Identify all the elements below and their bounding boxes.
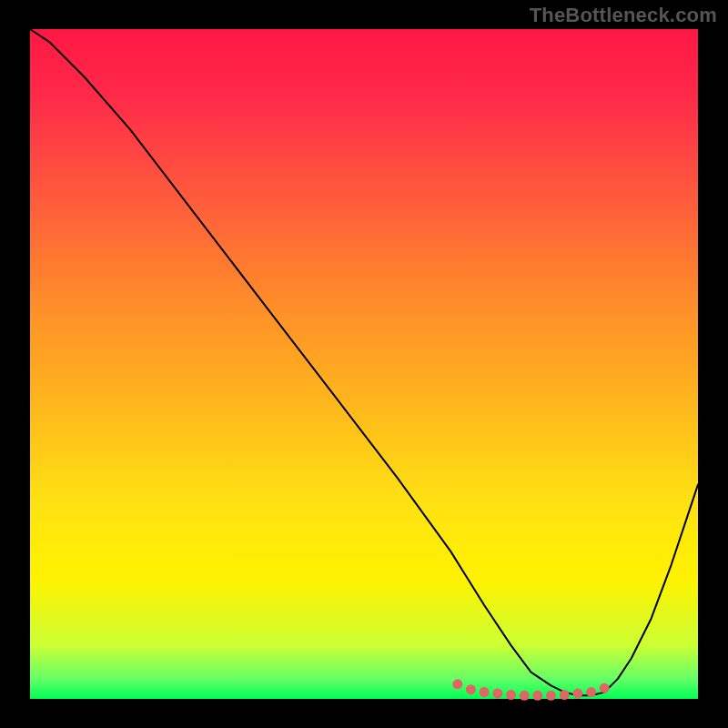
- marker-dot: [546, 691, 556, 701]
- marker-dot: [480, 687, 490, 697]
- bottleneck-chart: [0, 0, 728, 728]
- marker-dot: [506, 690, 516, 700]
- marker-dot: [586, 687, 596, 697]
- marker-dot: [452, 679, 462, 689]
- marker-dot: [572, 689, 582, 699]
- marker-dot: [560, 690, 570, 700]
- marker-dot: [492, 689, 502, 699]
- marker-dot: [532, 691, 542, 701]
- chart-frame: { "watermark": "TheBottleneck.com", "col…: [0, 0, 728, 728]
- marker-dot: [600, 683, 610, 693]
- marker-dot: [520, 691, 530, 701]
- watermark-text: TheBottleneck.com: [530, 4, 717, 27]
- marker-dot: [466, 684, 476, 694]
